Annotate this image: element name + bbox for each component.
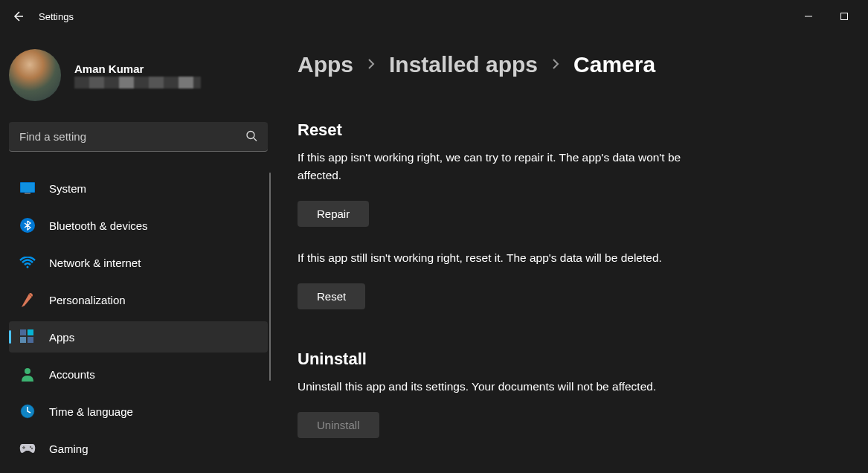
nav-label: Personalization: [49, 294, 126, 306]
nav-label: Accounts: [49, 368, 95, 381]
window-title: Settings: [39, 11, 74, 22]
sidebar: Aman Kumar System Bluetooth: [0, 33, 277, 473]
profile-name: Aman Kumar: [74, 62, 201, 75]
maximize-button[interactable]: [834, 6, 855, 27]
maximize-icon: [840, 12, 849, 21]
nav-item-accounts[interactable]: Accounts: [9, 358, 268, 390]
repair-button[interactable]: Repair: [298, 201, 369, 227]
search-input[interactable]: [9, 122, 268, 152]
clock-globe-icon: [19, 403, 36, 419]
sidebar-nav: System Bluetooth & devices Network & int…: [9, 173, 268, 470]
svg-rect-2: [841, 13, 848, 20]
svg-point-3: [247, 132, 254, 139]
chevron-right-icon: [367, 57, 376, 73]
nav-label: Gaming: [49, 443, 89, 455]
breadcrumb-apps[interactable]: Apps: [298, 52, 353, 77]
uninstall-section-title: Uninstall: [298, 350, 838, 369]
avatar: [9, 49, 61, 101]
nav-item-gaming[interactable]: Gaming: [9, 433, 268, 464]
svg-rect-6: [21, 183, 34, 192]
chevron-right-icon: [551, 57, 560, 73]
svg-point-18: [31, 448, 33, 449]
reset-description: If this app still isn't working right, r…: [298, 249, 781, 267]
svg-line-4: [254, 138, 257, 141]
window-controls: [798, 6, 862, 27]
svg-rect-7: [25, 193, 30, 194]
person-icon: [19, 366, 36, 382]
svg-rect-13: [28, 337, 33, 343]
arrow-left-icon: [12, 10, 24, 22]
svg-rect-11: [28, 329, 33, 335]
svg-rect-12: [20, 337, 26, 343]
svg-rect-10: [20, 329, 26, 335]
content-container: Aman Kumar System Bluetooth: [0, 33, 868, 473]
nav-item-bluetooth[interactable]: Bluetooth & devices: [9, 210, 268, 241]
reset-section-title: Reset: [298, 120, 838, 140]
nav-item-network[interactable]: Network & internet: [9, 247, 268, 278]
nav-label: System: [49, 182, 86, 195]
titlebar: Settings: [0, 0, 868, 33]
apps-icon: [19, 329, 36, 345]
main-content: Apps Installed apps Camera Reset If this…: [277, 33, 868, 473]
uninstall-button[interactable]: Uninstall: [298, 412, 379, 438]
svg-point-17: [30, 446, 31, 448]
search-icon: [245, 130, 257, 144]
nav-label: Apps: [49, 331, 74, 344]
profile-info: Aman Kumar: [74, 62, 201, 89]
nav-item-system[interactable]: System: [9, 173, 268, 204]
breadcrumb-current: Camera: [573, 52, 655, 77]
breadcrumb: Apps Installed apps Camera: [298, 52, 838, 77]
wifi-icon: [19, 254, 36, 271]
breadcrumb-installed-apps[interactable]: Installed apps: [389, 52, 538, 77]
svg-point-14: [25, 368, 30, 374]
nav-label: Time & language: [49, 405, 133, 418]
repair-description: If this app isn't working right, we can …: [298, 149, 714, 184]
nav-item-time-language[interactable]: Time & language: [9, 396, 268, 427]
svg-rect-20: [23, 446, 25, 449]
search-wrap: [9, 122, 268, 152]
titlebar-left: Settings: [10, 9, 74, 24]
nav-item-apps[interactable]: Apps: [9, 321, 268, 353]
nav-label: Bluetooth & devices: [49, 219, 148, 232]
uninstall-description: Uninstall this app and its settings. You…: [298, 378, 781, 396]
gamepad-icon: [19, 440, 36, 457]
nav-item-personalization[interactable]: Personalization: [9, 284, 268, 315]
back-button[interactable]: [10, 9, 25, 24]
svg-point-9: [27, 266, 29, 268]
system-icon: [19, 180, 36, 196]
profile-block[interactable]: Aman Kumar: [9, 49, 268, 101]
bluetooth-icon: [19, 217, 36, 234]
paintbrush-icon: [19, 292, 36, 308]
profile-email-redacted: [74, 77, 201, 89]
reset-button[interactable]: Reset: [298, 283, 365, 309]
scrollbar[interactable]: [269, 173, 271, 381]
minimize-icon: [804, 12, 813, 21]
nav-label: Network & internet: [49, 257, 141, 269]
minimize-button[interactable]: [798, 6, 819, 27]
